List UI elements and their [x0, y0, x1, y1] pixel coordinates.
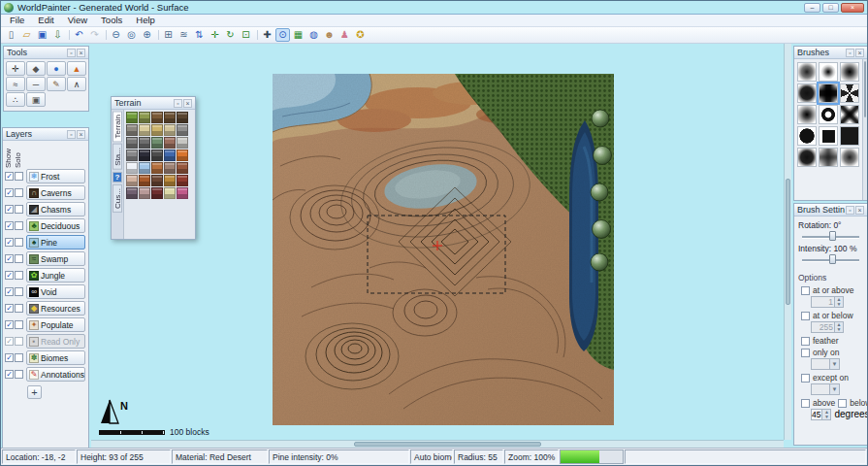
terrain-ice[interactable]: [139, 162, 150, 174]
vertical-scrollbar[interactable]: [784, 44, 791, 440]
close-icon[interactable]: ×: [77, 130, 85, 139]
degrees-spinner[interactable]: 45 ▲▼: [811, 409, 831, 420]
horizontal-scrollbar-thumb[interactable]: [354, 442, 541, 447]
new-world-button[interactable]: ▯: [4, 28, 18, 42]
close-icon[interactable]: ×: [77, 49, 85, 57]
spinner-arrows[interactable]: ▲▼: [834, 322, 843, 332]
close-icon[interactable]: ×: [183, 99, 192, 108]
terrain-bare-grass[interactable]: [139, 112, 150, 123]
menu-help[interactable]: Help: [129, 15, 162, 26]
layer-button[interactable]: ♣ Deciduous: [26, 218, 85, 233]
intensity-slider-thumb[interactable]: [829, 254, 836, 264]
terrain-brown-terracotta[interactable]: [151, 175, 163, 186]
spray-tool[interactable]: ∴: [6, 92, 25, 107]
solo-checkbox[interactable]: [15, 254, 23, 263]
menu-edit[interactable]: Edit: [31, 15, 60, 26]
at-or-below-spinner[interactable]: 255 ▲▼: [811, 321, 844, 333]
intensity-slider[interactable]: [802, 254, 859, 265]
brush-diamond[interactable]: [840, 105, 859, 124]
solo-checkbox[interactable]: [15, 370, 23, 379]
close-icon[interactable]: ×: [855, 49, 864, 57]
brush-square-soft[interactable]: [819, 148, 838, 167]
terrain-rock[interactable]: [126, 137, 138, 149]
only-on-dropdown[interactable]: ▼: [811, 358, 840, 370]
map-canvas[interactable]: Terrain ▫ × TerrainSta...?Cus...: [91, 44, 791, 448]
layer-button[interactable]: ◆ Resources: [26, 301, 85, 316]
brush-spike[interactable]: [819, 62, 838, 82]
terrain-diorite[interactable]: [177, 137, 188, 149]
terrain-orange-terracotta[interactable]: [139, 175, 150, 186]
terrain-red-sand[interactable]: [151, 162, 163, 174]
float-icon[interactable]: ▫: [67, 49, 76, 57]
brushes-scrollbar[interactable]: [862, 59, 867, 200]
brush-star[interactable]: [840, 83, 859, 103]
brush-circle-constant[interactable]: [797, 62, 817, 82]
terrain-cobblestone[interactable]: [139, 137, 150, 149]
terrain-stone[interactable]: [177, 124, 188, 136]
brush-square-solid[interactable]: [819, 126, 838, 146]
lava-tool[interactable]: ▲: [67, 61, 86, 76]
contours-button[interactable]: ≋: [177, 28, 191, 42]
terrain-granite[interactable]: [164, 137, 176, 149]
text-tool[interactable]: ▣: [26, 92, 46, 107]
chat-button[interactable]: ✪: [353, 28, 368, 42]
float-icon[interactable]: ▫: [846, 49, 854, 57]
add-layer-button[interactable]: +: [27, 385, 42, 399]
terrain-mycelium[interactable]: [126, 187, 138, 199]
flatten-tool[interactable]: ─: [26, 77, 46, 91]
layer-button[interactable]: ◢ Chasms: [26, 202, 85, 216]
at-or-below-checkbox[interactable]: [801, 312, 810, 320]
show-checkbox[interactable]: ✓: [5, 304, 14, 313]
show-checkbox[interactable]: ✓: [5, 287, 14, 296]
float-icon[interactable]: ▫: [67, 130, 76, 139]
layer-button[interactable]: ▪ Read Only: [26, 334, 85, 349]
pencil-tool[interactable]: ✎: [47, 77, 66, 91]
terrain-dirt[interactable]: [151, 112, 163, 123]
terrain-end-stone[interactable]: [164, 187, 176, 199]
terrain-desert[interactable]: [151, 124, 163, 136]
open-world-button[interactable]: ▱: [19, 28, 34, 42]
maximize-button[interactable]: □: [822, 3, 839, 13]
solo-checkbox[interactable]: [15, 304, 23, 313]
close-icon[interactable]: ×: [855, 206, 864, 215]
solo-checkbox[interactable]: [15, 172, 23, 181]
export-world-button[interactable]: ⇩: [50, 28, 65, 42]
overlay-button[interactable]: ⇅: [192, 28, 207, 42]
minimize-button[interactable]: –: [804, 3, 820, 13]
terrain-mushroom[interactable]: [139, 187, 150, 199]
solo-checkbox[interactable]: [15, 238, 23, 247]
show-checkbox[interactable]: ✓: [5, 221, 14, 230]
show-checkbox[interactable]: ✓: [5, 353, 14, 362]
terrain-gravel[interactable]: [126, 124, 138, 136]
layer-button[interactable]: ∩ Caverns: [26, 185, 85, 200]
layer-button[interactable]: ✿ Jungle: [26, 268, 85, 283]
layer-button[interactable]: ✽ Biomes: [26, 350, 85, 365]
solo-checkbox[interactable]: [15, 353, 23, 362]
grid-button[interactable]: ⊞: [161, 28, 176, 42]
zoom-out-button[interactable]: ⊖: [109, 28, 123, 42]
brush-cosine[interactable]: [840, 62, 859, 82]
brush-dome-2[interactable]: [797, 148, 817, 167]
terrain-custom[interactable]: [177, 187, 188, 199]
terrain-mossy-cobblestone[interactable]: [151, 137, 163, 149]
brush-square-dark[interactable]: [840, 126, 859, 146]
horizontal-scrollbar[interactable]: [91, 440, 784, 448]
show-checkbox[interactable]: ✓: [5, 172, 14, 181]
menu-tools[interactable]: Tools: [94, 15, 129, 26]
terrain-snow[interactable]: [126, 162, 138, 174]
terrain-terracotta[interactable]: [177, 162, 188, 174]
feather-checkbox[interactable]: [801, 337, 810, 346]
brush-ring[interactable]: [819, 105, 838, 124]
brush-circle-linear[interactable]: [797, 105, 817, 124]
crosshair-button[interactable]: ✚: [260, 28, 274, 42]
shift-world-button[interactable]: ✛: [208, 28, 222, 42]
close-button[interactable]: ×: [841, 3, 864, 13]
layer-button[interactable]: ♠ Pine: [26, 235, 85, 250]
solo-checkbox[interactable]: [15, 205, 23, 214]
screenshot-button[interactable]: ▦: [291, 28, 305, 42]
show-checkbox[interactable]: ✓: [5, 337, 14, 346]
layer-button[interactable]: ✎ Annotations: [26, 367, 85, 382]
float-icon[interactable]: ▫: [174, 99, 182, 108]
terrain-red-terracotta[interactable]: [177, 175, 188, 186]
terrain-white-terracotta[interactable]: [126, 175, 138, 186]
